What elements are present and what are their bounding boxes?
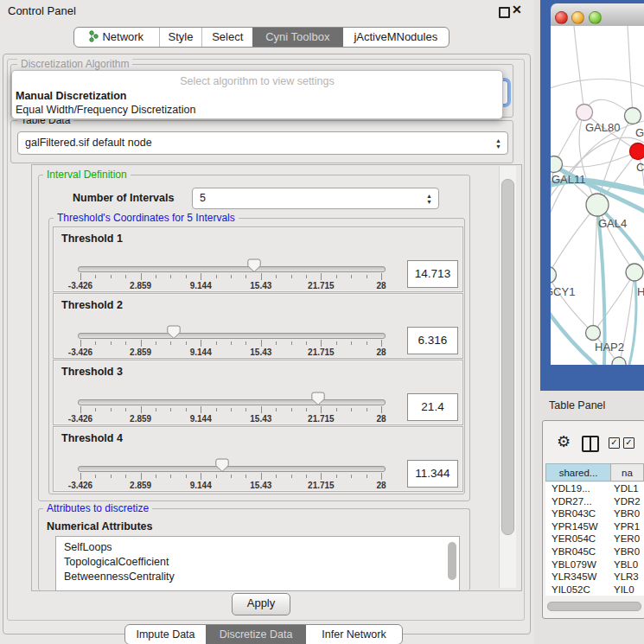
threshold-4-value-field[interactable]: 11.344 <box>407 460 458 488</box>
close-traffic-light-icon[interactable] <box>555 11 568 24</box>
network-node-label: GCY1 <box>551 285 575 298</box>
close-icon[interactable]: ✕ <box>512 3 522 16</box>
network-graph[interactable]: GAL80GACGAL11GAL4GCY1HHAP2 <box>551 26 644 365</box>
control-panel-title: Control Panel <box>8 4 76 17</box>
threshold-2-panel: Threshold 2 -3.4262.8599.14415.4321.7152… <box>53 293 463 359</box>
horizontal-scrollbar-thumb[interactable] <box>547 602 641 611</box>
threshold-3-value-field[interactable]: 21.4 <box>407 393 458 421</box>
table-row[interactable]: YLR345WYLR3 <box>545 571 644 583</box>
threshold-2-slider-thumb[interactable] <box>167 325 181 340</box>
table-row[interactable]: YDL19...YDL1 <box>545 482 644 495</box>
list-item[interactable]: TopologicalCoefficient <box>56 555 459 570</box>
checkbox-icon[interactable]: ✓ <box>609 437 620 449</box>
tab-cyni-toolbox[interactable]: Cyni Toolbox <box>252 28 343 47</box>
algorithm-popup-prompt: Select algorithm to view settings <box>12 75 502 87</box>
stepper-arrows-icon: ▲▼ <box>426 188 432 208</box>
bottom-tabbar: Impute Data Discretize Data Infer Networ… <box>124 624 403 644</box>
interval-definition-title: Interval Definition <box>43 169 131 181</box>
network-node-label: H <box>637 285 644 298</box>
threshold-4-label: Threshold 4 <box>61 432 123 444</box>
split-view-icon[interactable] <box>582 436 599 452</box>
tab-network[interactable]: Network <box>74 28 159 47</box>
threshold-2-value-field[interactable]: 6.316 <box>407 327 458 354</box>
network-node[interactable] <box>626 264 643 281</box>
table-row[interactable]: YBR043CYBR0 <box>545 507 644 520</box>
table-row[interactable]: YIL052CYIL0 <box>545 583 644 596</box>
network-node[interactable] <box>551 267 557 284</box>
threshold-1-slider[interactable] <box>78 266 386 272</box>
threshold-4-panel: Threshold 4 -3.4262.8599.14415.4321.7152… <box>53 426 463 492</box>
column-header-shared-name[interactable]: shared... <box>545 463 611 481</box>
tab-infer-network[interactable]: Infer Network <box>306 625 402 644</box>
tab-select[interactable]: Select <box>201 28 252 47</box>
numerical-attributes-list[interactable]: SelfLoops TopologicalCoefficient Between… <box>55 536 460 591</box>
table-data-combobox[interactable]: galFiltered.sif default node ▲▼ <box>17 131 508 155</box>
algorithm-option-manual[interactable]: Manual Discretization <box>15 90 500 103</box>
network-node[interactable] <box>551 156 563 173</box>
network-node[interactable] <box>586 326 601 341</box>
apply-button[interactable]: Apply <box>232 593 290 615</box>
stepper-arrows-icon: ▲▼ <box>495 132 501 154</box>
threshold-3-slider[interactable] <box>78 399 386 405</box>
table-row[interactable]: YPR145WYPR1 <box>545 520 644 533</box>
number-of-intervals-label: Number of Intervals <box>73 192 174 204</box>
network-node-label: GAL80 <box>585 121 620 134</box>
application-window: Control Panel ✕ Network Style Select Cyn… <box>0 0 644 644</box>
list-item[interactable]: SelfLoops <box>56 540 459 555</box>
threshold-4-slider-thumb[interactable] <box>215 458 229 473</box>
control-panel-tabbar: Network Style Select Cyni Toolbox jActiv… <box>73 27 450 48</box>
table-row[interactable]: YBL079WYBL0 <box>545 558 644 571</box>
table-panel-title: Table Panel <box>549 399 605 411</box>
network-node-label: C <box>636 161 644 174</box>
table-row[interactable]: YBR045CYBR0 <box>545 545 644 558</box>
network-node[interactable] <box>577 105 593 121</box>
tab-impute-data[interactable]: Impute Data <box>125 625 206 644</box>
threshold-3-panel: Threshold 3 -3.4262.8599.14415.4321.7152… <box>53 360 463 425</box>
checkbox-icon[interactable]: ✓ <box>623 437 634 449</box>
list-scrollbar-thumb[interactable] <box>448 542 456 580</box>
column-header-name[interactable]: na <box>610 463 644 481</box>
threshold-2-label: Threshold 2 <box>61 299 123 311</box>
number-of-intervals-combobox[interactable]: 5 ▲▼ <box>192 188 439 209</box>
threshold-1-label: Threshold 1 <box>61 233 123 245</box>
network-node-label: GAL4 <box>598 217 627 230</box>
table-row[interactable]: YER054CYER0 <box>545 532 644 545</box>
algorithm-option-equal-width[interactable]: Equal Width/Frequency Discretization <box>15 104 500 117</box>
network-node[interactable] <box>586 194 609 216</box>
network-node-label: GA <box>635 126 644 139</box>
zoom-traffic-light-icon[interactable] <box>589 11 602 24</box>
numerical-attributes-label: Numerical Attributes <box>47 520 152 532</box>
threshold-3-label: Threshold 3 <box>61 366 123 378</box>
node-table[interactable]: YDL19...YDL1 YDR27...YDR2 YBR043CYBR0 YP… <box>545 482 644 596</box>
threshold-2-slider[interactable] <box>78 333 386 339</box>
table-row[interactable]: YDR27...YDR2 <box>545 495 644 508</box>
network-node-label: HAP2 <box>595 341 624 354</box>
threshold-3-slider-thumb[interactable] <box>311 392 325 406</box>
float-window-icon[interactable] <box>499 7 510 18</box>
gear-icon[interactable]: ⚙ <box>557 432 571 451</box>
threshold-1-value-field[interactable]: 14.713 <box>407 260 458 288</box>
threshold-1-panel: Threshold 1 -3.4262.8599.14415.4321.7152… <box>53 226 463 292</box>
vertical-scrollbar-thumb[interactable] <box>501 179 514 535</box>
list-item[interactable]: BetweennessCentrality <box>56 570 459 584</box>
network-node-label: GAL11 <box>552 173 586 186</box>
network-tab-icon <box>89 29 99 47</box>
tab-jactivemnodules[interactable]: jActiveMNodules <box>343 28 449 47</box>
tab-style[interactable]: Style <box>159 28 202 47</box>
threshold-1-slider-thumb[interactable] <box>247 258 261 273</box>
minimize-traffic-light-icon[interactable] <box>571 11 584 24</box>
tab-discretize-data[interactable]: Discretize Data <box>206 625 306 644</box>
network-node[interactable] <box>630 143 644 160</box>
threshold-4-slider[interactable] <box>78 466 386 472</box>
threshold-group-title: Threshold's Coordinates for 5 Intervals <box>54 212 239 224</box>
network-node[interactable] <box>625 108 641 124</box>
algorithm-dropdown-popup: Select algorithm to view settings Manual… <box>11 70 503 119</box>
algorithm-group-title: Discretization Algorithm <box>17 58 132 70</box>
network-window-titlebar[interactable] <box>551 3 644 27</box>
attributes-group-title: Attributes to discretize <box>43 502 152 514</box>
